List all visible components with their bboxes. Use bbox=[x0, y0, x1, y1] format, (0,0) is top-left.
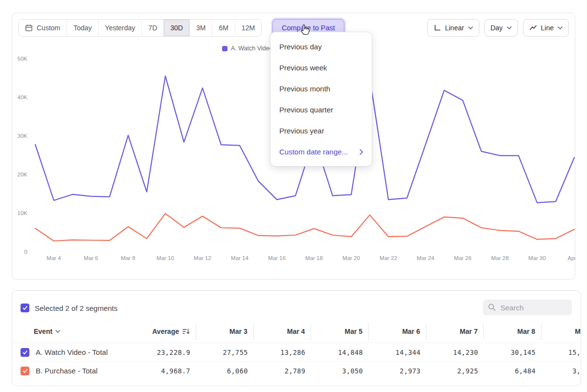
cell-value: 2,789 bbox=[254, 362, 312, 380]
check-icon bbox=[22, 349, 28, 355]
cell-value: 6,484 bbox=[484, 362, 542, 380]
chart-options-group: Linear Day Line bbox=[427, 19, 569, 37]
svg-text:Mar 4: Mar 4 bbox=[46, 255, 61, 261]
axes-icon bbox=[433, 24, 441, 32]
menu-item-custom-date-range[interactable]: Custom date range... bbox=[271, 141, 372, 162]
row-checkbox[interactable] bbox=[21, 367, 29, 375]
range-button-custom[interactable]: Custom bbox=[19, 20, 67, 36]
date-column-header: Mar 4 bbox=[254, 323, 312, 340]
segments-card: Selected 2 of 2 segments Event Average bbox=[12, 290, 581, 386]
chart-type-dropdown[interactable]: Line bbox=[523, 19, 569, 37]
range-button-yesterday[interactable]: Yesterday bbox=[98, 20, 142, 36]
cell-value: 14,848 bbox=[311, 343, 369, 361]
date-range-group: Custom Today Yesterday 7D 30D 3M 6M 12M bbox=[18, 19, 262, 37]
svg-text:Mar 6: Mar 6 bbox=[84, 255, 98, 261]
cell-value: 2,925 bbox=[427, 362, 484, 380]
menu-item-previous-year[interactable]: Previous year bbox=[271, 120, 372, 141]
menu-item-previous-week[interactable]: Previous week bbox=[271, 57, 372, 78]
search-input[interactable] bbox=[500, 304, 564, 312]
date-column-header: Mar 7 bbox=[427, 323, 484, 340]
row-checkbox[interactable] bbox=[21, 348, 29, 357]
range-button-12m[interactable]: 12M bbox=[235, 20, 261, 36]
chevron-down-icon bbox=[55, 330, 60, 333]
segments-header: Selected 2 of 2 segments bbox=[21, 304, 117, 312]
scale-dropdown[interactable]: Linear bbox=[427, 19, 479, 37]
svg-text:Mar 28: Mar 28 bbox=[491, 255, 509, 261]
svg-text:50K: 50K bbox=[18, 56, 28, 62]
cell-average: 4,968.7 bbox=[128, 362, 196, 380]
segment-label: A. Watch Video - Total bbox=[36, 348, 108, 356]
svg-text:Mar 8: Mar 8 bbox=[121, 255, 135, 261]
select-all-checkbox[interactable] bbox=[21, 304, 29, 312]
check-icon bbox=[22, 368, 28, 374]
average-column-header[interactable]: Average bbox=[128, 323, 196, 340]
menu-item-previous-quarter[interactable]: Previous quarter bbox=[271, 99, 372, 120]
chevron-down-icon bbox=[558, 26, 563, 29]
svg-text:Apr 1: Apr 1 bbox=[567, 255, 575, 261]
svg-text:Mar 26: Mar 26 bbox=[454, 255, 472, 261]
range-button-today[interactable]: Today bbox=[67, 20, 98, 36]
cell-value: 27,755 bbox=[196, 343, 254, 361]
date-column-header: Mar 9 bbox=[542, 323, 581, 340]
menu-item-previous-day[interactable]: Previous day bbox=[271, 36, 372, 57]
search-icon bbox=[488, 303, 497, 312]
table-row[interactable]: A. Watch Video - Total 23,228.9 27,755 1… bbox=[12, 343, 581, 361]
date-column-header: Mar 5 bbox=[311, 323, 369, 340]
range-button-7d[interactable]: 7D bbox=[141, 20, 163, 36]
svg-text:Mar 20: Mar 20 bbox=[342, 255, 360, 261]
calendar-icon bbox=[25, 24, 33, 32]
search-box bbox=[483, 300, 572, 315]
svg-text:Mar 22: Mar 22 bbox=[380, 255, 397, 261]
table-row[interactable]: B. Purchase - Total 4,968.7 6,060 2,789 … bbox=[12, 361, 581, 380]
range-button-30d[interactable]: 30D bbox=[163, 20, 189, 36]
cell-value: 2,973 bbox=[369, 362, 427, 380]
cell-average: 23,228.9 bbox=[128, 343, 196, 361]
svg-text:Mar 16: Mar 16 bbox=[268, 255, 286, 261]
cell-value: 30,145 bbox=[484, 343, 542, 361]
chevron-down-icon bbox=[507, 26, 512, 29]
sort-descending-icon bbox=[182, 328, 190, 335]
svg-text:Mar 24: Mar 24 bbox=[417, 255, 434, 261]
event-column-header[interactable]: Event bbox=[12, 323, 128, 340]
check-icon bbox=[22, 305, 28, 311]
cell-value: 3,365 bbox=[542, 362, 581, 380]
svg-text:20K: 20K bbox=[18, 172, 28, 177]
chevron-right-icon bbox=[360, 149, 363, 155]
svg-text:Mar 12: Mar 12 bbox=[194, 255, 211, 261]
segment-label: B. Purchase - Total bbox=[36, 367, 97, 375]
svg-text:30K: 30K bbox=[18, 133, 28, 139]
cell-value: 14,344 bbox=[369, 343, 427, 361]
compare-to-past-menu: Previous day Previous week Previous mont… bbox=[271, 32, 372, 166]
chevron-down-icon bbox=[468, 26, 473, 29]
svg-text:Mar 18: Mar 18 bbox=[305, 255, 323, 261]
cell-value: 6,060 bbox=[196, 362, 254, 380]
cell-value: 13,286 bbox=[254, 343, 312, 361]
range-button-3m[interactable]: 3M bbox=[189, 20, 212, 36]
svg-text:Mar 10: Mar 10 bbox=[157, 255, 174, 261]
svg-text:Mar 30: Mar 30 bbox=[528, 255, 546, 261]
series-a-swatch bbox=[222, 46, 227, 51]
cell-value: 14,230 bbox=[427, 343, 484, 361]
menu-item-previous-month[interactable]: Previous month bbox=[271, 78, 372, 99]
date-column-header: Mar 3 bbox=[196, 323, 254, 340]
range-label: Custom bbox=[37, 24, 60, 32]
svg-text:10K: 10K bbox=[18, 210, 28, 216]
date-column-header: Mar 6 bbox=[369, 323, 427, 340]
line-chart-icon bbox=[529, 24, 537, 32]
table-header-row: Event Average Mar 3 Mar 4 Mar 5 Mar 6 Ma… bbox=[12, 323, 581, 340]
cell-value: 15,096 bbox=[542, 343, 581, 361]
selected-segments-label: Selected 2 of 2 segments bbox=[35, 304, 117, 312]
svg-text:0: 0 bbox=[24, 249, 27, 255]
svg-text:Mar 14: Mar 14 bbox=[231, 255, 248, 261]
svg-text:40K: 40K bbox=[18, 94, 28, 100]
date-column-header: Mar 8 bbox=[484, 323, 542, 340]
interval-dropdown[interactable]: Day bbox=[484, 19, 518, 37]
range-button-6m[interactable]: 6M bbox=[212, 20, 234, 36]
cell-value: 3,050 bbox=[311, 362, 369, 380]
